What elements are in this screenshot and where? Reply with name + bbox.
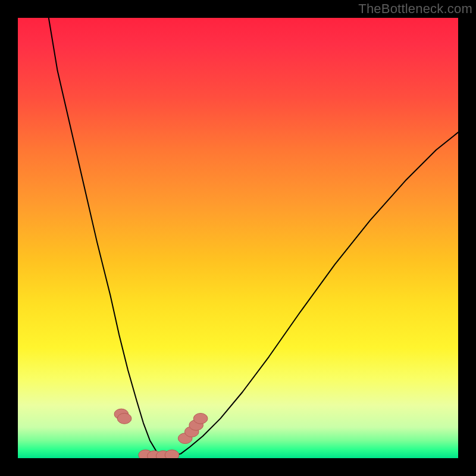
marker-valley-floor (165, 450, 179, 458)
marker-right-cluster (193, 414, 208, 424)
data-markers (114, 409, 208, 458)
chart-plot-area (18, 18, 458, 458)
bottleneck-curve (49, 18, 458, 456)
marker-left-cluster (117, 414, 131, 424)
watermark-label: TheBottleneck.com (358, 1, 472, 17)
chart-svg (18, 18, 458, 458)
chart-frame: TheBottleneck.com (0, 0, 476, 476)
